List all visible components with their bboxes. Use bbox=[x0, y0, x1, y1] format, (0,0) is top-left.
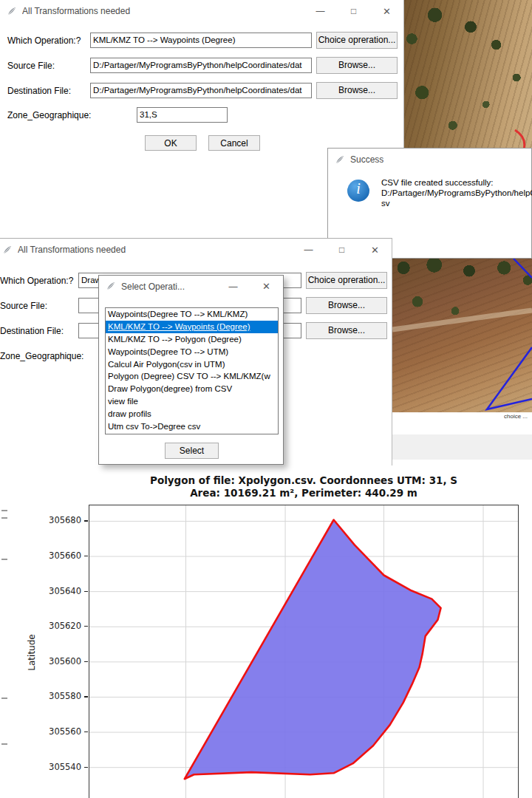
close-icon[interactable]: ✕ bbox=[370, 0, 403, 22]
maximize-icon[interactable]: □ bbox=[337, 0, 370, 22]
y-tick-mark bbox=[84, 661, 88, 662]
aerial1-overlay bbox=[404, 0, 532, 149]
operation-list-item[interactable]: Polygon (Degree) CSV TO --> KML/KMZ(w bbox=[106, 370, 278, 383]
plot-area bbox=[89, 505, 519, 798]
operation-list-item[interactable]: KML/KMZ TO --> Waypoints (Degree) bbox=[106, 321, 278, 333]
feather-icon bbox=[1, 245, 13, 256]
select-dialog-controls: — ✕ bbox=[216, 276, 283, 297]
y-tick-label: 305680 bbox=[28, 515, 81, 525]
operation-listbox[interactable]: Waypoints(Degree TO --> KML/KMZ) KML/KMZ… bbox=[105, 307, 279, 434]
y-tick-mark bbox=[84, 520, 88, 521]
background-plot-fragment bbox=[1, 698, 7, 699]
operation-list-item[interactable]: Draw Polygon(degree) from CSV bbox=[106, 383, 278, 395]
y-tick-label: 305540 bbox=[28, 762, 81, 772]
background-plot-fragment bbox=[1, 559, 7, 560]
window2-title: All Transformations needed bbox=[18, 245, 126, 255]
zone-input[interactable]: 31,S bbox=[137, 107, 228, 123]
success-titlebar: Success bbox=[328, 149, 531, 171]
operation-label: Which Operation:? bbox=[0, 276, 73, 286]
minimize-icon[interactable]: — bbox=[304, 0, 337, 22]
plot-svg bbox=[89, 505, 518, 798]
y-tick-label: 305560 bbox=[28, 726, 81, 737]
choice-operation-button[interactable]: Choice opreration... bbox=[316, 32, 398, 49]
operation-list-item[interactable]: view file bbox=[106, 395, 278, 408]
background-plot-fragment bbox=[1, 510, 7, 511]
success-message-line3: sv bbox=[381, 199, 390, 208]
y-tick-label: 305660 bbox=[28, 550, 81, 561]
feather-icon bbox=[334, 154, 345, 166]
source-browse-button[interactable]: Browse... bbox=[316, 57, 398, 74]
background-plot-fragment bbox=[1, 517, 7, 519]
operation-list-item[interactable]: Utm csv To->Degree csv bbox=[106, 420, 278, 433]
maximize-icon[interactable]: □ bbox=[325, 239, 358, 261]
ok-button[interactable]: OK bbox=[145, 135, 197, 151]
y-tick-mark bbox=[84, 767, 88, 768]
destination-browse-button[interactable]: Browse... bbox=[316, 82, 398, 99]
zone-label: Zone_Geographique: bbox=[0, 351, 83, 361]
minimize-icon[interactable]: — bbox=[216, 276, 250, 297]
source-browse-button[interactable]: Browse... bbox=[306, 297, 387, 314]
select-dialog-titlebar: Select Operati... — ✕ bbox=[99, 276, 283, 297]
operation-input[interactable]: KML/KMZ TO --> Waypoints (Degree) bbox=[90, 33, 312, 48]
y-tick-mark bbox=[84, 556, 88, 556]
operation-list-item[interactable]: KML/KMZ TO --> Polygon (Degree) bbox=[106, 333, 278, 346]
y-tick-mark bbox=[84, 732, 88, 732]
plot-subtitle: Area: 10169.21 m², Perimeter: 440.29 m bbox=[74, 487, 532, 499]
background-panel bbox=[392, 434, 532, 460]
feather-icon bbox=[6, 6, 17, 17]
window-all-transformations-1: All Transformations needed — □ ✕ Which O… bbox=[0, 0, 404, 159]
source-file-input[interactable]: D:/Partager/MyProgramsByPython/helpCoord… bbox=[90, 58, 312, 73]
y-tick-label: 305600 bbox=[28, 656, 81, 666]
operation-list-item[interactable]: draw profils bbox=[106, 408, 278, 420]
info-icon bbox=[347, 180, 369, 202]
window1-titlebar: All Transformations needed — □ ✕ bbox=[0, 0, 403, 22]
operation-list-item[interactable]: Waypoints(Degree TO --> UTM) bbox=[106, 346, 278, 358]
destination-browse-button[interactable]: Browse... bbox=[306, 322, 387, 339]
background-plot-fragment bbox=[1, 743, 7, 745]
y-tick-mark bbox=[84, 626, 88, 627]
y-tick-label: 305580 bbox=[28, 691, 81, 701]
plot-window: Polygon of file: Xpolygon.csv. Coordonne… bbox=[0, 464, 532, 798]
minimize-icon[interactable]: — bbox=[292, 239, 325, 261]
operation-list-item[interactable]: Calcul Air Polygon(csv in UTM) bbox=[106, 358, 278, 371]
operation-list-item[interactable]: Waypoints(Degree TO --> KML/KMZ) bbox=[106, 308, 278, 321]
operation-label: Which Operation:? bbox=[7, 35, 81, 46]
aerial2-overlay bbox=[392, 259, 532, 412]
aerial2-caption-fragment: choice ... bbox=[504, 413, 532, 420]
destination-file-label: Destination File: bbox=[7, 86, 71, 96]
window1-title: All Transformations needed bbox=[22, 6, 130, 16]
select-button[interactable]: Select bbox=[165, 443, 219, 459]
y-tick-mark bbox=[84, 696, 88, 697]
cancel-button[interactable]: Cancel bbox=[208, 135, 260, 151]
select-operation-dialog: Select Operati... — ✕ Waypoints(Degree T… bbox=[98, 275, 284, 465]
feather-icon bbox=[105, 281, 116, 292]
select-dialog-title: Select Operati... bbox=[121, 282, 185, 292]
choice-operation-button[interactable]: Choice opreration... bbox=[306, 272, 387, 289]
plot-title: Polygon of file: Xpolygon.csv. Coordonne… bbox=[74, 474, 532, 486]
source-file-label: Source File: bbox=[7, 61, 55, 71]
destination-file-input[interactable]: D:/Partager/MyProgramsByPython/helpCoord… bbox=[90, 83, 312, 98]
window1-controls: — □ ✕ bbox=[304, 0, 403, 22]
close-icon[interactable]: ✕ bbox=[358, 239, 392, 261]
source-file-label: Source File: bbox=[0, 301, 47, 311]
aerial-image-1 bbox=[404, 0, 532, 149]
y-tick-label: 305640 bbox=[28, 586, 81, 596]
zone-label: Zone_Geographique: bbox=[7, 110, 91, 120]
success-message-line1: CSV file created successfully: bbox=[381, 178, 493, 187]
y-tick-mark bbox=[84, 591, 88, 592]
success-message-line2: D:/Partager/MyProgramsByPython/helpCo bbox=[381, 188, 532, 197]
window2-controls: — □ ✕ bbox=[292, 239, 392, 261]
success-title: Success bbox=[350, 154, 383, 165]
y-tick-label: 305620 bbox=[28, 621, 81, 631]
aerial-image-2 bbox=[392, 259, 532, 412]
window2-titlebar: All Transformations needed — □ ✕ bbox=[0, 239, 392, 261]
screen: All Transformations needed — □ ✕ Which O… bbox=[0, 0, 532, 798]
close-icon[interactable]: ✕ bbox=[250, 276, 283, 297]
destination-file-label: Destination File: bbox=[0, 326, 64, 336]
